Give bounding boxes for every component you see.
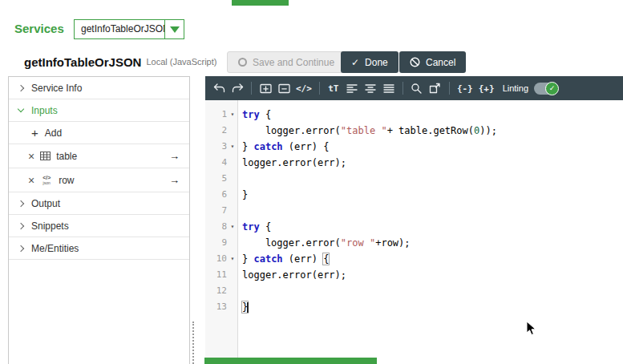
arrow-right-icon[interactable]: → (169, 174, 180, 186)
service-dropdown[interactable]: getInfoTableOrJSON (74, 19, 184, 39)
sidebar-item-label: Snippets (31, 220, 69, 232)
input-item-table[interactable]: × table → (9, 144, 189, 168)
align-center-icon[interactable] (364, 81, 377, 95)
sidebar-item-snippets[interactable]: Snippets (9, 215, 189, 237)
format-text-icon[interactable]: tT (327, 81, 340, 95)
plus-icon: + (31, 127, 38, 139)
cancel-button[interactable]: Cancel (399, 51, 466, 73)
code-line[interactable]: 8▾try { (205, 219, 623, 235)
page-title: getInfoTableOrJSON (24, 55, 141, 69)
line-number: 12 (209, 283, 227, 299)
save-and-continue-button[interactable]: Save and Continue (227, 51, 346, 73)
comment-add-icon[interactable] (259, 81, 272, 95)
code-line[interactable]: 1▾try { (205, 107, 623, 123)
cancel-button-label: Cancel (426, 57, 455, 68)
comment-remove-icon[interactable] (277, 81, 290, 95)
code-line[interactable]: 12 (205, 283, 623, 299)
code-line[interactable]: 6} (205, 187, 623, 203)
service-dropdown-value: getInfoTableOrJSON (75, 20, 164, 38)
code-line-text: } catch (err) { (238, 139, 329, 155)
sidebar-item-label: Me/Entities (31, 243, 79, 254)
sidebar-item-output[interactable]: Output (9, 192, 189, 215)
code-line[interactable]: 11logger.error(err); (205, 267, 623, 283)
code-line[interactable]: 2 logger.error("table "+ table.getRow(0)… (205, 123, 623, 139)
line-gutter: 6 (205, 187, 238, 203)
code-line-text: } catch (err) { (238, 251, 329, 267)
code-line[interactable]: 10▾} catch (err) { (205, 251, 623, 267)
input-item-label: row (59, 175, 74, 186)
fold-arrow-icon[interactable]: ▾ (227, 107, 238, 123)
bottom-green-bar (204, 358, 377, 364)
align-justify-icon[interactable] (382, 81, 395, 95)
code-line[interactable]: 9 logger.error("row "+row); (205, 235, 623, 251)
resize-handle[interactable] (192, 322, 194, 364)
cancel-icon (410, 57, 420, 67)
search-icon[interactable] (411, 81, 423, 95)
line-number: 4 (209, 155, 227, 171)
undo-icon[interactable] (212, 81, 225, 95)
check-icon: ✓ (351, 57, 359, 68)
chevron-down-icon (18, 106, 24, 112)
line-number: 7 (209, 203, 227, 219)
delete-icon[interactable]: × (28, 175, 34, 186)
code-line[interactable]: 4logger.error(err); (205, 155, 623, 171)
line-number: 13 (209, 299, 227, 315)
done-button[interactable]: ✓ Done (341, 51, 398, 73)
fold-arrow-icon[interactable]: ▾ (227, 139, 238, 155)
code-icon[interactable]: </> (296, 81, 312, 95)
line-gutter: 1▾ (205, 107, 238, 123)
line-number: 8 (209, 219, 227, 235)
toolbar-divider (251, 82, 252, 95)
line-gutter: 4 (205, 155, 238, 171)
code-line-text: logger.error("table "+ table.getRow(0)); (238, 123, 497, 139)
line-number: 3 (209, 139, 227, 155)
code-line[interactable]: 7 (205, 203, 623, 219)
done-button-label: Done (365, 57, 388, 68)
code-line-text: logger.error("row "+row); (238, 235, 411, 251)
code-line-text: logger.error(err); (238, 155, 346, 171)
toolbar-divider (449, 82, 450, 95)
toolbar-divider (403, 82, 403, 95)
code-line-text: } (238, 187, 248, 203)
sidebar-item-me-entities[interactable]: Me/Entities (9, 237, 189, 260)
replace-icon[interactable] (429, 81, 442, 95)
linting-toggle[interactable]: ✓ (534, 83, 558, 95)
json-icon: </> json (40, 176, 53, 185)
chevron-right-icon (18, 245, 24, 251)
line-gutter: 12 (205, 283, 238, 299)
delete-icon[interactable]: × (28, 151, 34, 162)
line-gutter: 10▾ (205, 251, 238, 267)
line-number: 6 (209, 187, 227, 203)
input-item-row[interactable]: × </> json row → (9, 168, 189, 192)
line-gutter: 2 (205, 123, 238, 139)
arrow-right-icon[interactable]: → (169, 150, 180, 162)
chevron-right-icon (18, 222, 24, 229)
line-gutter: 5 (205, 171, 238, 187)
sidebar-item-service-info[interactable]: Service Info (9, 77, 189, 99)
fold-arrow-icon[interactable]: ▾ (227, 219, 238, 235)
align-left-icon[interactable] (346, 81, 358, 95)
fold-all-icon[interactable]: {-} (457, 81, 473, 95)
mouse-cursor (526, 321, 537, 337)
sidebar: Service Info Inputs + Add × table → × </… (8, 76, 190, 364)
code-lines: 1▾try {2 logger.error("table "+ table.ge… (205, 107, 623, 315)
add-input-button[interactable]: + Add (9, 122, 189, 144)
chevron-down-icon[interactable] (164, 20, 184, 38)
sidebar-item-label: Output (31, 198, 60, 209)
fold-arrow-icon[interactable]: ▾ (227, 251, 238, 267)
line-gutter: 9 (205, 235, 238, 251)
code-line[interactable]: 5 (205, 171, 623, 187)
triangle-glyph (170, 26, 180, 33)
code-line[interactable]: 3▾} catch (err) { (205, 139, 623, 155)
unfold-all-icon[interactable]: {+} (479, 81, 495, 95)
text-cursor (247, 302, 249, 313)
code-line[interactable]: 13} (205, 299, 623, 315)
line-gutter: 8▾ (205, 219, 238, 235)
code-line-text: try { (238, 219, 271, 235)
code-area[interactable]: 1▾try {2 logger.error("table "+ table.ge… (205, 100, 623, 364)
services-label: Services (14, 22, 64, 35)
redo-icon[interactable] (231, 81, 244, 95)
sidebar-item-inputs[interactable]: Inputs (9, 99, 189, 122)
sidebar-item-label: Service Info (31, 83, 82, 94)
line-gutter: 11 (205, 267, 238, 283)
